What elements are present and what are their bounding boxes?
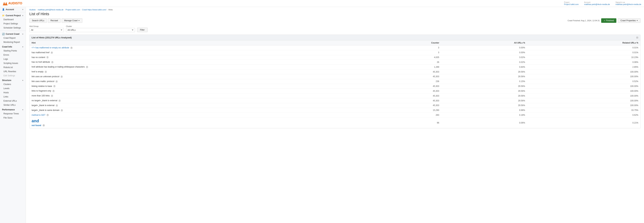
table-row: links to fragment only ? 45,303 29.56% 1… [30, 88, 640, 94]
hint-info-icon[interactable]: ? [46, 114, 49, 116]
sidebar-section-current-crawl: 🔄 Current Crawl ▼ Crawl Report Monitorin… [0, 32, 26, 44]
sidebar-item-logs[interactable]: Logs [0, 57, 26, 61]
sidebar-current-crawl-header[interactable]: 🔄 Current Crawl ▼ [0, 32, 26, 36]
sidebar-item-similar-urls[interactable]: Similar URLs [0, 103, 26, 107]
hint-info-icon[interactable]: ? [56, 104, 58, 107]
related-urls-pct-cell: 0.01% [527, 50, 640, 55]
sidebar-item-project-settings[interactable]: Project Settings [0, 22, 26, 26]
related-urls-pct-cell: 0.01% [527, 46, 640, 50]
finished-button[interactable]: ✓ Finished [601, 18, 616, 23]
sidebar-performance-header[interactable]: Performance ▼ [0, 107, 26, 112]
col-hint: Hint [30, 40, 373, 46]
related-urls-pct-cell: 0.06% [527, 60, 640, 64]
breadcrumb-audisto[interactable]: Audisto [29, 9, 36, 11]
table-row: and not found ? 96 0.06% 0.21% [30, 118, 640, 128]
sidebar-crawl-info-label: Crawl Info [2, 46, 12, 48]
sidebar-item-url-rewrites[interactable]: URL Rewrites [0, 70, 26, 74]
signed-in-meta: Signed in as matthias.petri@4eck-media.d… [616, 2, 641, 5]
hint-info-icon[interactable]: ? [60, 109, 63, 112]
sidebar-item-levels[interactable]: Levels [0, 86, 26, 90]
hint-cell: href attribute has leading or trailing w… [30, 64, 373, 70]
hint-cell: target=_blank to same domain ? [30, 108, 373, 112]
hints-table: Hint Counter All URLs % Related URLs % <… [30, 40, 640, 128]
all-urls-pct-cell: 0.00% [441, 50, 527, 55]
col-all-urls-pct: All URLs % [441, 40, 527, 46]
crawl-properties-button[interactable]: Crawl Properties ▼ [618, 18, 640, 23]
hint-info-icon[interactable]: ? [52, 90, 55, 92]
hint-link[interactable]: and [32, 118, 371, 123]
sidebar-item-monitoring-report[interactable]: Monitoring Report [0, 40, 26, 44]
sidebar-item-scripting-issues[interactable]: Scripting Issues [0, 61, 26, 65]
table-row: link uses mailto: protocol ? 236 0.15% 0… [30, 79, 640, 84]
cluster-select[interactable]: All URLs [66, 28, 135, 32]
sidebar-item-dashboard[interactable]: Dashboard [0, 18, 26, 22]
table-options-icon[interactable]: ⊟ [636, 36, 638, 39]
sidebar-account-header[interactable]: 👤 Account ▼ [0, 7, 26, 12]
related-urls-pct-cell: 100.00% [527, 70, 640, 74]
table-section-title: List of Hints (153,274 URLs Analyzed) [32, 36, 72, 39]
manage-crawl-button[interactable]: Manage Crawl ▼ [62, 18, 82, 23]
hint-cell: link uses an unknown protocol ? [30, 74, 373, 79]
counter-cell: 4,635 [373, 55, 441, 60]
table-row: link uses an unknown protocol ? 45,303 2… [30, 74, 640, 79]
cluster-filter: Cluster All URLs [66, 25, 135, 32]
hint-info-icon[interactable]: ? [56, 80, 58, 83]
hint-info-icon[interactable]: ? [51, 95, 53, 97]
hint-info-icon[interactable]: ? [42, 124, 45, 126]
counter-cell: 45,303 [373, 84, 441, 88]
sidebar-section-crawl-info: Crawl Info ▼ Starting Points Errors Logs… [0, 44, 26, 78]
chevron-down-icon-project: ▼ [22, 15, 24, 16]
hint-group-label: Hint Group [29, 25, 64, 27]
hint-info-icon[interactable]: ? [51, 61, 54, 64]
account-value[interactable]: matthias.petri@4eck-media.de [584, 3, 610, 5]
hint-info-icon[interactable]: ? [50, 52, 53, 54]
sidebar-item-hosts[interactable]: Hosts [0, 90, 26, 95]
hint-info-icon[interactable]: ? [46, 56, 49, 58]
breadcrumb: Audisto › matthias.petri@4eck-media.de ›… [29, 7, 640, 12]
recrawl-button[interactable]: Recrawl [48, 18, 60, 23]
sidebar-item-links[interactable]: Links [0, 95, 26, 99]
sidebar-item-starting-points[interactable]: Starting Points [0, 49, 26, 53]
counter-cell: 26 [373, 60, 441, 64]
logo[interactable]: AUDISTO [3, 2, 22, 5]
hint-link[interactable]: method is GET [32, 114, 46, 116]
sidebar-item-scheduler-settings[interactable]: Scheduler Settings [0, 26, 26, 30]
project-value[interactable]: Project tutkit.com [564, 3, 578, 5]
signed-in-value[interactable]: matthias.petri@4eck-media.de [616, 3, 641, 5]
sidebar-item-crawl-report[interactable]: Crawl Report [0, 36, 26, 40]
counter-cell: 96 [373, 118, 441, 128]
hint-info-icon[interactable]: ? [60, 76, 63, 78]
sidebar-item-response-times[interactable]: Response Times [0, 112, 26, 116]
sidebar-structure-header[interactable]: Structure ▼ [0, 78, 26, 82]
breadcrumb-account[interactable]: matthias.petri@4eck-media.de [38, 9, 63, 11]
hint-info-icon[interactable]: ? [58, 100, 61, 102]
sidebar-item-clusters[interactable]: Clusters [0, 82, 26, 86]
hint-cell: href is empty ? [30, 70, 373, 74]
hint-info-icon[interactable]: ? [70, 47, 73, 49]
sidebar-item-external-urls[interactable]: External URLs [0, 99, 26, 103]
table-row: has no content ? 4,635 3.02% 10.23% [30, 55, 640, 60]
hint-info-icon[interactable]: ? [53, 85, 56, 88]
hint-cell: no target=_blank to external ? [30, 98, 373, 103]
hint-link[interactable]: <*> has malformed or empty src attribute [32, 46, 69, 49]
related-urls-pct-cell: 0.52% [527, 79, 640, 84]
sidebar-item-edit-settings[interactable]: Edit Settings [0, 74, 26, 78]
sidebar-item-errors[interactable]: Errors [0, 53, 26, 57]
hint-group-select[interactable]: All [29, 28, 64, 32]
related-urls-pct-cell: 100.00% [527, 98, 640, 103]
sidebar-item-file-sizes[interactable]: File Sizes [0, 116, 26, 120]
hint-info-icon[interactable]: ? [86, 66, 88, 68]
breadcrumb-crawl[interactable]: Crawl https://www.tutkit.com/ [82, 9, 106, 11]
counter-cell: 45,303 [373, 98, 441, 103]
sidebar-current-project-header[interactable]: 📁 Current Project ▼ [0, 13, 26, 18]
table-row: more than 100 links ? 45,303 29.56% 100.… [30, 94, 640, 98]
hint-info-icon[interactable]: ? [44, 71, 47, 73]
counter-cell: 45,303 [373, 103, 441, 108]
sidebar-current-crawl-label: Current Crawl [6, 33, 22, 35]
search-urls-button[interactable]: Search URLs [29, 18, 47, 23]
sidebar-item-robots-txt[interactable]: Robots.txt [0, 65, 26, 70]
breadcrumb-project[interactable]: Project tutkit.com [66, 9, 80, 11]
filter-button[interactable]: Filter [137, 28, 148, 32]
hint-link[interactable]: not found [32, 124, 41, 126]
sidebar-crawl-info-header[interactable]: Crawl Info ▼ [0, 44, 26, 49]
